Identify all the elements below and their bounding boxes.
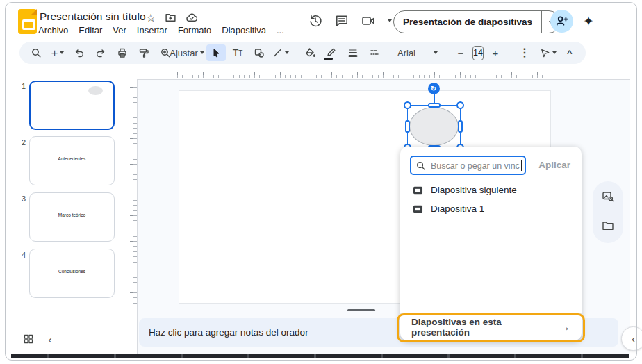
plus-icon: + [493, 48, 499, 58]
share-button[interactable] [550, 10, 573, 33]
show-side-panel-button[interactable]: ‹ [621, 326, 642, 351]
present-button-label: Presentación de diapositivas [394, 17, 541, 27]
new-slide-caret-icon [60, 51, 64, 54]
resize-handle-ne[interactable] [456, 101, 464, 109]
resize-handle-nw[interactable] [404, 101, 411, 109]
star-icon[interactable]: ☆ [146, 13, 156, 24]
apply-button[interactable]: Aplicar [538, 160, 570, 170]
undo-button[interactable] [69, 44, 89, 61]
menu-overflow[interactable]: ... [277, 25, 284, 35]
more-options-button[interactable]: ⋮ [515, 44, 534, 61]
paint-bucket-icon [304, 47, 315, 58]
selected-ellipse-shape[interactable]: ↻ [407, 105, 461, 148]
ellipse[interactable] [409, 107, 459, 146]
slides-in-presentation-row[interactable]: Diapositivas en esta presentación → [400, 313, 582, 340]
move-folder-icon[interactable] [165, 12, 176, 24]
slide-thumbnail-3[interactable]: Marco teórico [29, 192, 115, 242]
version-history-icon[interactable] [308, 14, 322, 28]
increase-font-button[interactable]: + [486, 44, 505, 61]
pen-tool-button[interactable] [538, 44, 558, 61]
hide-menus-button[interactable]: ^ [560, 44, 579, 61]
toolbar-search-button[interactable] [26, 44, 46, 61]
text-box-button[interactable]: T T [228, 44, 247, 61]
paint-roller-icon [138, 47, 149, 58]
suggestion-label: Diapositiva siguiente [431, 185, 517, 195]
link-suggestion-slide-1[interactable]: Diapositiva 1 [400, 199, 582, 218]
fill-color-button[interactable] [300, 44, 320, 61]
chevron-left-icon: ‹ [632, 333, 635, 345]
link-search-field[interactable] [410, 156, 526, 175]
collapse-icon: ^ [567, 49, 573, 58]
slide-number: 4 [19, 251, 28, 259]
arrow-right-icon: → [559, 321, 570, 333]
undo-icon [74, 47, 85, 58]
pen-pointer-icon [540, 47, 550, 58]
font-family-label: Arial [397, 48, 415, 58]
image-search-icon [602, 190, 614, 203]
menu-formato[interactable]: Formato [178, 25, 211, 35]
link-suggestion-next-slide[interactable]: Diapositiva siguiente [400, 181, 582, 199]
select-tool-button[interactable] [206, 44, 226, 61]
slide-thumbnail-1[interactable] [29, 81, 115, 130]
menu-insertar[interactable]: Insertar [137, 25, 167, 35]
border-color-button[interactable] [322, 44, 341, 61]
insert-shape-button[interactable] [249, 44, 269, 61]
insert-line-button[interactable] [271, 44, 290, 61]
resize-handle-n[interactable] [428, 103, 441, 108]
menu-archivo[interactable]: Archivo [38, 25, 68, 35]
menu-bar: Archivo Editar Ver Insertar Formato Diap… [38, 25, 284, 35]
thumbnail-title: Conclusiones [30, 269, 114, 274]
text-caret [521, 160, 522, 171]
link-search-input[interactable] [429, 158, 521, 174]
border-dash-button[interactable] [365, 44, 384, 61]
decrease-font-button[interactable]: − [451, 44, 470, 61]
menu-editar[interactable]: Editar [79, 25, 102, 35]
slide-number: 2 [19, 138, 28, 147]
more-vertical-icon: ⋮ [519, 47, 530, 58]
paint-format-button[interactable] [134, 44, 154, 61]
border-weight-button[interactable] [343, 44, 363, 61]
text-box-icon: T [233, 47, 239, 58]
present-button[interactable]: Presentación de diapositivas [393, 10, 560, 33]
taskbar-sliver [11, 354, 629, 358]
slide-thumbnail-4[interactable]: Conclusiones [29, 249, 115, 298]
grid-view-button[interactable] [21, 331, 36, 347]
comments-icon[interactable] [335, 14, 349, 28]
cursor-icon [211, 47, 222, 58]
notes-resize-handle[interactable] [347, 309, 375, 311]
logo-window-glyph [22, 19, 35, 30]
slide-thumbnail-2[interactable]: Antecedentes [29, 136, 115, 185]
folder-panel-button[interactable] [600, 217, 616, 234]
new-slide-button[interactable]: + [48, 44, 67, 61]
border-weight-icon [347, 47, 359, 58]
slide-icon [413, 185, 423, 195]
fit-zoom-caret-icon [200, 51, 204, 54]
thumbnail-title: Antecedentes [30, 156, 114, 161]
cloud-status-icon[interactable] [186, 12, 197, 24]
slides-in-presentation-label: Diapositivas en esta presentación [411, 317, 559, 338]
fit-zoom-label: Ajustar [170, 48, 197, 58]
meet-caret-icon[interactable] [388, 19, 392, 22]
menu-ver[interactable]: Ver [113, 25, 126, 35]
font-family-select[interactable]: Arial [394, 44, 441, 61]
folder-icon [602, 220, 614, 232]
gemini-sparkle-icon[interactable]: ✦ [583, 15, 594, 28]
document-title[interactable]: Presentación sin título [40, 10, 146, 23]
meet-camera-icon[interactable] [361, 14, 375, 28]
resize-handle-e[interactable] [458, 120, 463, 133]
horizontal-ruler [177, 71, 550, 78]
border-dash-icon [369, 47, 380, 58]
resize-handle-w[interactable] [405, 120, 410, 133]
print-button[interactable] [113, 44, 132, 61]
slides-logo[interactable] [18, 9, 37, 34]
redo-button[interactable] [91, 44, 110, 61]
rotate-handle[interactable]: ↻ [428, 83, 440, 94]
menu-diapositiva[interactable]: Diapositiva [222, 25, 266, 35]
thumbnail-ellipse [88, 86, 103, 95]
font-size-input[interactable]: 14 [472, 46, 484, 60]
fit-zoom-select[interactable]: Ajustar [177, 44, 197, 61]
suggestion-label: Diapositiva 1 [431, 204, 484, 214]
collapse-filmstrip-button[interactable]: ‹ [43, 332, 57, 346]
image-search-button[interactable] [600, 188, 616, 205]
google-slides-window: Presentación sin título ☆ Archivo Editar… [0, 0, 642, 364]
